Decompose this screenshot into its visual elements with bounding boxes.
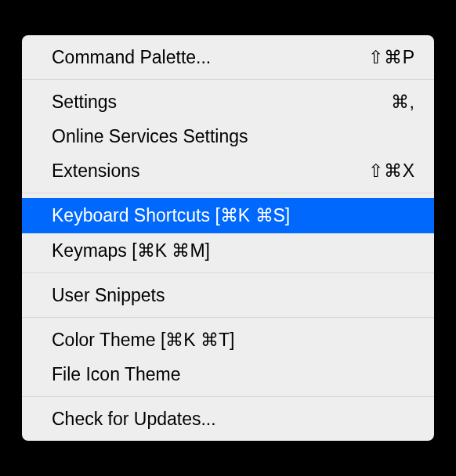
menu-separator — [22, 317, 434, 318]
menu-separator — [22, 79, 434, 80]
menu-item-extensions[interactable]: Extensions ⇧⌘X — [22, 153, 434, 188]
menu-item-label: Extensions — [52, 158, 353, 183]
menu-item-settings[interactable]: Settings ⌘, — [22, 85, 434, 119]
menu-item-label: User Snippets — [52, 283, 415, 308]
menu-item-label: File Icon Theme — [52, 362, 415, 387]
menu-separator — [22, 396, 434, 397]
menu-separator — [22, 193, 434, 193]
menu-item-keyboard-shortcuts[interactable]: Keyboard Shortcuts [⌘K ⌘S] — [22, 198, 434, 233]
menu-item-label: Command Palette... — [52, 45, 353, 70]
menu-item-online-services-settings[interactable]: Online Services Settings — [22, 119, 434, 153]
menu-item-label: Keyboard Shortcuts [⌘K ⌘S] — [52, 203, 415, 228]
menu-item-check-for-updates[interactable]: Check for Updates... — [22, 402, 434, 436]
context-menu: Command Palette... ⇧⌘P Settings ⌘, Onlin… — [22, 35, 434, 442]
menu-item-shortcut: ⌘, — [391, 89, 415, 114]
menu-item-file-icon-theme[interactable]: File Icon Theme — [22, 357, 434, 391]
menu-item-keymaps[interactable]: Keymaps [⌘K ⌘M] — [22, 233, 434, 268]
menu-item-shortcut: ⇧⌘X — [368, 158, 415, 183]
menu-item-shortcut: ⇧⌘P — [368, 45, 415, 70]
menu-item-label: Check for Updates... — [52, 406, 415, 431]
menu-item-label: Settings — [52, 89, 375, 114]
menu-item-label: Keymaps [⌘K ⌘M] — [52, 238, 415, 263]
menu-item-label: Online Services Settings — [52, 124, 415, 149]
menu-item-user-snippets[interactable]: User Snippets — [22, 278, 434, 312]
menu-item-label: Color Theme [⌘K ⌘T] — [52, 327, 415, 352]
menu-separator — [22, 272, 434, 273]
menu-item-color-theme[interactable]: Color Theme [⌘K ⌘T] — [22, 323, 434, 357]
menu-item-command-palette[interactable]: Command Palette... ⇧⌘P — [22, 40, 434, 74]
